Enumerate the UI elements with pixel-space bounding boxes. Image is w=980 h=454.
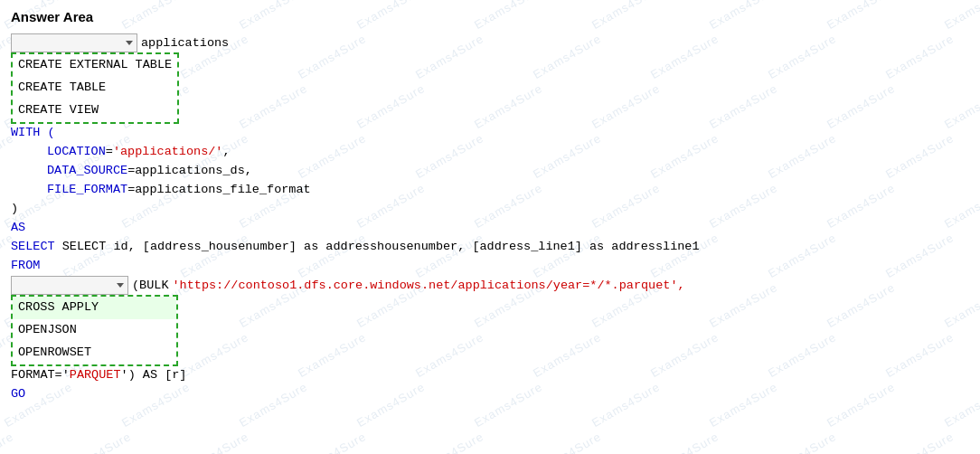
dropdown1-option-2[interactable]: CREATE TABLE	[13, 77, 177, 99]
location-comma: ,	[222, 143, 230, 162]
dropdown1-option-1[interactable]: CREATE EXTERNAL TABLE	[13, 54, 177, 77]
line-select: SELECT SELECT id, [address_housenumber] …	[11, 238, 969, 257]
dropdown2-option-3[interactable]: OPENROWSET	[13, 342, 176, 364]
location-eq: =	[106, 143, 113, 162]
dropdown1-trigger[interactable]	[11, 33, 137, 52]
line-go: GO	[11, 385, 969, 404]
close-paren: )	[11, 200, 18, 219]
format-prefix: FORMAT='	[11, 366, 70, 385]
fileformat-keyword: FILE_FORMAT	[47, 181, 127, 200]
line-datasource: DATA_SOURCE = applications_ds,	[11, 162, 969, 181]
after-dropdown1-text: applications	[141, 33, 229, 52]
answer-area-title: Answer Area	[11, 9, 969, 24]
as-keyword: AS	[11, 219, 25, 238]
line-close-paren: )	[11, 200, 969, 219]
select-keyword: SELECT	[11, 238, 62, 257]
line-format: FORMAT=' PARQUET ') AS [r]	[11, 366, 969, 385]
format-val: PARQUET	[70, 366, 121, 385]
datasource-val: applications_ds,	[135, 162, 252, 181]
bulk-open: (BULK	[132, 276, 169, 295]
line-from: FROM	[11, 257, 969, 276]
chevron-down-icon-2	[117, 283, 124, 288]
datasource-keyword: DATA_SOURCE	[47, 162, 127, 181]
dropdown2-trigger[interactable]	[11, 276, 128, 295]
line-dropdown1-row: applications	[11, 33, 969, 52]
fileformat-val: applications_file_format	[135, 181, 310, 200]
page-content: Answer Area applications CREATE EXTERNAL…	[0, 0, 980, 413]
location-keyword: LOCATION	[47, 143, 106, 162]
dropdown2-list: CROSS APPLY OPENJSON OPENROWSET	[11, 295, 178, 366]
with-keyword: WITH (	[11, 124, 55, 143]
line-dropdown1-open: CREATE EXTERNAL TABLE CREATE TABLE CREAT…	[11, 52, 969, 124]
line-location: LOCATION = 'applications/' ,	[11, 143, 969, 162]
go-keyword: GO	[11, 385, 25, 404]
line-as: AS	[11, 219, 969, 238]
dropdown1-list: CREATE EXTERNAL TABLE CREATE TABLE CREAT…	[11, 52, 179, 124]
dropdown2-option-1[interactable]: CROSS APPLY	[13, 297, 176, 319]
line-fileformat: FILE_FORMAT = applications_file_format	[11, 181, 969, 200]
line-with: WITH (	[11, 124, 969, 143]
bulk-url: 'https://contoso1.dfs.core.windows.net/a…	[173, 276, 685, 295]
dropdown1-option-3[interactable]: CREATE VIEW	[13, 99, 177, 122]
chevron-down-icon	[126, 41, 133, 45]
format-suffix: ') AS [r]	[121, 366, 187, 385]
line-dropdown2-row: (BULK 'https://contoso1.dfs.core.windows…	[11, 276, 969, 295]
location-val: 'applications/'	[113, 143, 223, 162]
line-dropdown2-open: CROSS APPLY OPENJSON OPENROWSET	[11, 295, 969, 366]
select-content: SELECT id, [address_housenumber] as addr…	[62, 238, 700, 257]
dropdown2-option-2[interactable]: OPENJSON	[13, 319, 176, 342]
from-keyword: FROM	[11, 257, 40, 276]
fileformat-eq: =	[127, 181, 135, 200]
datasource-eq: =	[127, 162, 135, 181]
code-block: applications CREATE EXTERNAL TABLE CREAT…	[11, 33, 969, 404]
